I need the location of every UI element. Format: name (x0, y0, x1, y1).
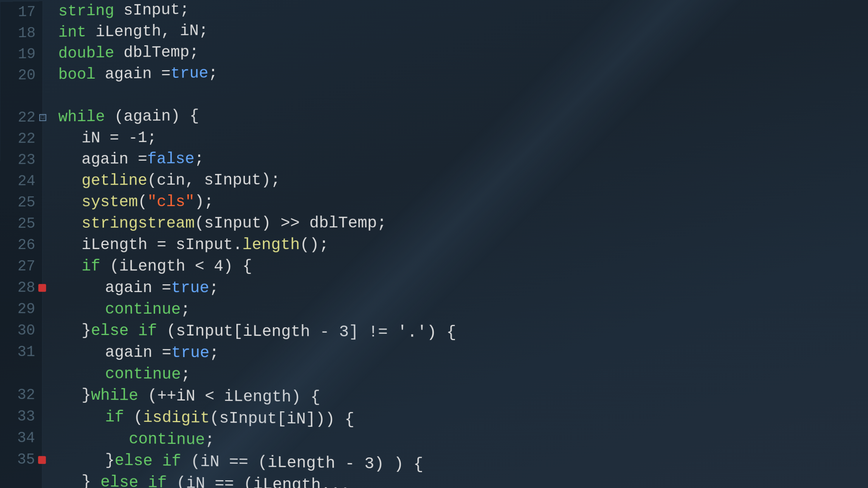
token-while: while (58, 106, 105, 129)
line-num-32: 32 (0, 384, 35, 406)
token-var: iLength, iN; (86, 20, 208, 44)
token-punct: ; (181, 363, 191, 386)
token-str: "cls" (147, 191, 195, 213)
indent (58, 438, 129, 439)
token-var: again = (105, 277, 171, 299)
line-num-33: 33 (0, 406, 35, 428)
line-num-28: 28 (0, 277, 35, 298)
token-kw: else if (91, 320, 157, 343)
token-func: getline (82, 169, 148, 192)
code-line-25: system ( "cls" ); (58, 189, 868, 213)
line-numbers: 17 18 19 20 21 22 □ 22 23 24 (0, 1, 43, 488)
token-kw: bool (58, 64, 95, 86)
indent (58, 352, 105, 352)
line-num-31: 31 (0, 341, 35, 363)
indent (58, 374, 105, 374)
token-bool: false (147, 148, 195, 170)
token-var: (iLength < 4) { (100, 255, 252, 278)
token-var: sInput; (114, 0, 189, 22)
token-func: stringstream (82, 212, 195, 235)
line-num-25: 25 (0, 192, 35, 213)
token-var: again = (105, 341, 171, 364)
token-var: again = (82, 148, 148, 171)
token-kw: string (59, 0, 114, 23)
token-kw: int (59, 21, 86, 44)
token-var: (iN == (iLength... (167, 472, 350, 488)
code-line-26: iLength = sInput. length (); (58, 234, 868, 256)
token-var: } (105, 449, 114, 472)
line-num-35b: 35 (0, 470, 35, 488)
token-func: length (242, 234, 300, 256)
line-num-24: 24 (0, 170, 35, 192)
line-num-21: 21 (0, 86, 36, 107)
token-kw: double (58, 42, 114, 65)
token-punct: ( (138, 191, 147, 213)
fold-icon[interactable]: □ (39, 114, 46, 121)
token-var: (sInput[iN])) { (210, 407, 355, 431)
indent (58, 395, 82, 395)
line-num-22b: 22 (0, 128, 36, 149)
code-line-25b: stringstream (sInput) >> dblTemp; (58, 211, 868, 234)
breakpoint-marker-35[interactable] (38, 456, 46, 464)
indent (58, 460, 105, 461)
line-num-22: 22 □ (0, 107, 36, 128)
token-var: iLength = sInput. (82, 234, 243, 256)
code-line-23: again = false ; (58, 144, 868, 170)
token-func: system (82, 191, 138, 214)
token-var (91, 471, 100, 488)
line-num-19: 19 (0, 43, 36, 65)
token-punct: ; (181, 298, 190, 321)
line-num-18: 18 (0, 22, 36, 44)
line-num-29: 29 (0, 298, 35, 320)
token-punct: ; (209, 342, 219, 364)
line-num-20: 20 (0, 65, 36, 86)
token-func: isdigit (143, 406, 210, 430)
token-kw: continue (105, 363, 181, 386)
token-punct: ); (195, 191, 214, 213)
token-bool: true (171, 342, 209, 365)
token-kw: else if (100, 471, 167, 488)
code-line-27: if (iLength < 4) { (58, 256, 868, 279)
line-num-31b: 31 (0, 363, 35, 384)
token-kw: if (82, 255, 100, 278)
token-kw: continue (105, 298, 181, 321)
token-kw: if (105, 406, 124, 429)
line-num-26: 26 (0, 234, 35, 256)
token-bool: true (171, 277, 209, 299)
line-num-25b: 25 (0, 213, 35, 234)
token-var: } (82, 384, 91, 407)
token-var: (again) { (105, 105, 199, 128)
breakpoint-marker[interactable] (38, 284, 46, 292)
token-var: (); (300, 234, 329, 256)
line-num-30: 30 (0, 320, 35, 341)
editor-container: 17 18 19 20 21 22 □ 22 23 24 (0, 0, 868, 488)
line-num-27: 27 (0, 256, 35, 277)
token-var: iN = -1; (82, 127, 157, 149)
token-bool: true (170, 62, 208, 85)
token-kw: continue (129, 428, 205, 452)
code-line-28: again = true ; (58, 277, 868, 301)
token-punct: ; (195, 148, 204, 170)
token-punct: } (82, 471, 91, 488)
token-punct: ; (209, 277, 219, 300)
token-var: (cin, sInput); (147, 169, 280, 192)
token-var: (sInput) >> dblTemp; (195, 212, 387, 235)
line-num-34: 34 (0, 427, 35, 449)
code-area: string sInput; int iLength, iN; double d… (42, 0, 868, 488)
line-num-23: 23 (0, 149, 35, 170)
token-punct: ; (208, 62, 218, 84)
token-var: dblTemp; (114, 41, 199, 64)
token-kw: while (91, 384, 138, 407)
token-punct: ; (205, 429, 215, 452)
token-kw: else if (115, 449, 181, 473)
code-line-24: getline (cin, sInput); (58, 167, 868, 192)
token-var: (sInput[iLength - 3] != '.') { (157, 320, 456, 344)
token-var: again = (96, 63, 171, 86)
token-var: ( (124, 406, 143, 429)
line-num-35: 35 (0, 448, 35, 471)
line-num-17: 17 (0, 2, 35, 23)
token-var: } (82, 320, 91, 342)
indent (58, 417, 105, 417)
indent (58, 482, 82, 482)
token-var: (++iN < iLength) { (138, 385, 320, 409)
